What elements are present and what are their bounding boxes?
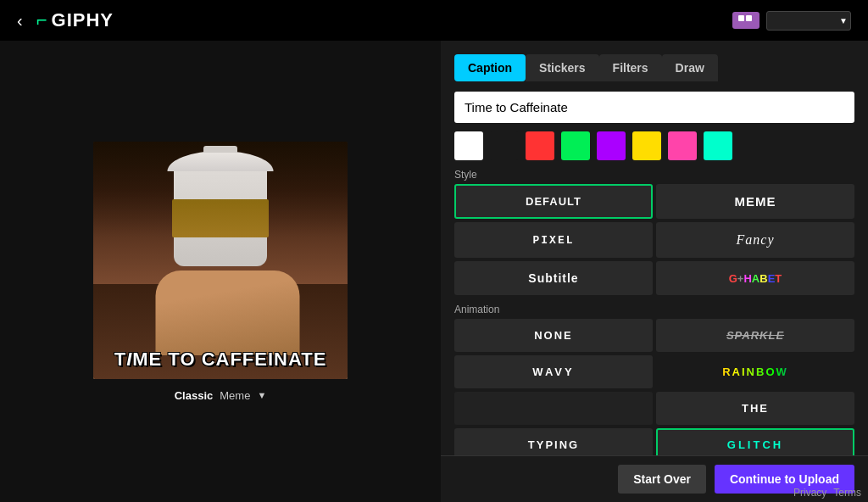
style-btn-subtitle[interactable]: Subtitle	[454, 261, 653, 295]
alpha-b: B	[760, 272, 767, 285]
tab-draw[interactable]: Draw	[662, 54, 718, 81]
cup-lid-tab	[203, 146, 237, 153]
animation-grid: NONE SPARKLE WAVY RAINBOW THE TYPING GLI…	[454, 319, 854, 461]
color-swatch-row	[454, 131, 854, 160]
start-over-button[interactable]: Start Over	[618, 465, 706, 494]
alpha-a: A	[752, 272, 760, 285]
back-button[interactable]: ‹	[17, 11, 23, 31]
classic-mode-label: Classic	[175, 389, 214, 402]
header: ‹ ⌐ GIPHY ▼	[0, 0, 868, 41]
gif-preview: TIME TO CAFFEINATE	[93, 142, 348, 379]
color-swatch-yellow[interactable]	[632, 131, 661, 160]
tab-stickers[interactable]: Stickers	[526, 54, 598, 81]
style-btn-fancy[interactable]: Fancy	[656, 222, 854, 258]
gif-background	[93, 142, 348, 379]
caption-overlay: TIME TO CAFFEINATE	[93, 349, 348, 371]
style-btn-meme[interactable]: MEME	[656, 184, 854, 219]
animation-section-label: Animation	[454, 304, 854, 315]
logo-text: GIPHY	[52, 9, 114, 31]
anim-btn-the[interactable]: THE	[656, 392, 854, 425]
terms-link[interactable]: Terms	[833, 487, 861, 499]
editor-panel: Caption Stickers Filters Draw Style	[441, 41, 868, 502]
svg-rect-1	[746, 15, 752, 21]
anim-btn-wavy[interactable]: WAVY	[454, 355, 653, 388]
color-swatch-red[interactable]	[526, 131, 554, 160]
mode-selector: Classic Meme ▼	[175, 389, 267, 402]
anim-btn-empty	[454, 392, 653, 425]
caption-t: T	[114, 349, 126, 370]
tab-bar: Caption Stickers Filters Draw	[454, 54, 854, 81]
mode-dropdown[interactable]: Meme	[220, 389, 250, 402]
footer: Privacy Terms	[793, 487, 861, 499]
color-swatch-black[interactable]	[490, 131, 519, 160]
cup-sleeve	[172, 199, 269, 237]
avatar	[732, 12, 760, 29]
color-swatch-purple[interactable]	[597, 131, 626, 160]
alpha-g: G	[729, 272, 737, 285]
preview-panel: TIME TO CAFFEINATE Classic Meme ▼	[0, 41, 441, 502]
editor-scroll-area: Style DEFAULT MEME PIXEL Fancy Subtitle …	[454, 92, 854, 488]
main-layout: TIME TO CAFFEINATE Classic Meme ▼ Captio…	[0, 41, 868, 502]
tab-caption[interactable]: Caption	[454, 54, 526, 81]
logo: ⌐ GIPHY	[36, 9, 114, 31]
anim-btn-sparkle[interactable]: SPARKLE	[656, 319, 854, 352]
alpha-t: T	[775, 272, 782, 285]
svg-rect-0	[738, 15, 744, 21]
caption-rest: ME TO CAFFEINATE	[132, 349, 326, 370]
style-section-label: Style	[454, 169, 854, 181]
header-right: ▼	[732, 11, 851, 31]
caption-display: TIME TO CAFFEINATE	[93, 349, 348, 371]
logo-icon: ⌐	[36, 9, 48, 31]
style-btn-default[interactable]: DEFAULT	[454, 184, 653, 219]
color-swatch-white[interactable]	[454, 131, 483, 160]
color-swatch-cyan[interactable]	[704, 131, 732, 160]
account-dropdown-wrapper: ▼	[766, 11, 851, 31]
account-dropdown[interactable]	[766, 11, 851, 31]
hand	[156, 271, 300, 355]
style-btn-pixel[interactable]: PIXEL	[454, 222, 653, 258]
mode-chevron-icon[interactable]: ▼	[257, 390, 266, 400]
alpha-e: E	[768, 272, 776, 285]
style-grid: DEFAULT MEME PIXEL Fancy Subtitle G+HABE…	[454, 184, 854, 295]
caption-text-input[interactable]	[454, 92, 854, 123]
color-swatch-green[interactable]	[561, 131, 590, 160]
alpha-i: H	[743, 272, 751, 285]
animation-section: Animation NONE SPARKLE WAVY RAINBOW THE …	[454, 304, 854, 461]
style-btn-alphabet[interactable]: G+HABET	[656, 261, 854, 295]
color-swatch-pink[interactable]	[668, 131, 697, 160]
style-section: Style DEFAULT MEME PIXEL Fancy Subtitle …	[454, 169, 854, 295]
tab-filters[interactable]: Filters	[599, 54, 662, 81]
privacy-link[interactable]: Privacy	[793, 487, 826, 499]
header-left: ‹ ⌐ GIPHY	[17, 9, 114, 31]
anim-btn-none[interactable]: NONE	[454, 319, 653, 352]
anim-btn-rainbow[interactable]: RAINBOW	[656, 355, 854, 388]
